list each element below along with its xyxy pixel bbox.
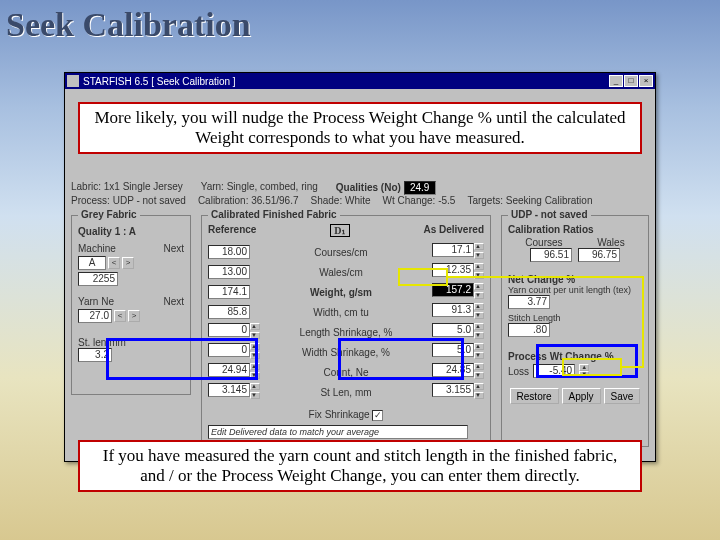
machine-label: Machine — [78, 243, 116, 254]
delivered-spinner[interactable]: ▲▼ — [474, 283, 484, 301]
loss-label: Loss — [508, 366, 529, 377]
quality-label: Quality 1 : A — [78, 226, 184, 237]
courses-label: Courses — [525, 237, 562, 248]
delivered-field[interactable]: 5.0 — [432, 343, 474, 357]
delivered-field[interactable]: 157.2 — [432, 283, 474, 297]
row-label: Wales/cm — [250, 267, 432, 278]
wales-label: Wales — [597, 237, 624, 248]
delivered-spinner[interactable]: ▲▼ — [474, 263, 484, 281]
fix-shrinkage-checkbox[interactable]: ✓ — [372, 410, 383, 421]
row-label: Width Shrinkage, % — [260, 347, 432, 358]
shade-label: Shade: White — [311, 195, 371, 206]
callout-top: More likely, you will nudge the Process … — [78, 102, 642, 154]
stitch-net-label: Stitch Length — [508, 313, 642, 323]
ref-field[interactable]: 0 — [208, 343, 250, 357]
center-title: Calibrated Finished Fabric — [208, 209, 340, 220]
ref-field[interactable]: 174.1 — [208, 285, 250, 299]
row-label: Courses/cm — [250, 247, 432, 258]
delivered-field[interactable]: 17.1 — [432, 243, 474, 257]
ref-spinner[interactable]: ▲▼ — [250, 343, 260, 361]
stlen-field[interactable]: 3.2 — [78, 348, 112, 362]
ref-field[interactable]: 24.94 — [208, 363, 250, 377]
row-label: Count, Ne — [260, 367, 432, 378]
wtchange-label: Wt Change: -5.5 — [383, 195, 456, 206]
save-button[interactable]: Save — [604, 388, 641, 404]
row-label: Weight, g/sm — [250, 287, 432, 298]
udp-group: UDP - not saved Calibration Ratios Cours… — [501, 215, 649, 447]
restore-button[interactable]: Restore — [510, 388, 559, 404]
ref-field[interactable]: 3.145 — [208, 383, 250, 397]
grey-title: Grey Fabric — [78, 209, 140, 220]
delivered-field[interactable]: 3.155 — [432, 383, 474, 397]
machine-field[interactable]: A — [78, 256, 106, 270]
window-title: STARFISH 6.5 [ Seek Calibration ] — [83, 76, 236, 87]
finished-fabric-group: Calibrated Finished Fabric Reference D₁ … — [201, 215, 491, 447]
loss-field[interactable]: -5.40 — [533, 364, 575, 378]
delivered-spinner[interactable]: ▲▼ — [474, 243, 484, 261]
labric-label: Labric: 1x1 Single Jersey — [71, 181, 183, 195]
slide-title: Seek Calibration — [0, 0, 720, 48]
ref-field[interactable]: 85.8 — [208, 305, 250, 319]
ref-spinner[interactable]: ▲▼ — [250, 323, 260, 341]
delivered-field[interactable]: 24.85 — [432, 363, 474, 377]
delivered-spinner[interactable]: ▲▼ — [474, 323, 484, 341]
delivered-field[interactable]: 12.35 — [432, 263, 474, 277]
close-button[interactable]: × — [639, 75, 653, 87]
next-button[interactable]: > — [122, 257, 134, 269]
calib-ratios-label: Calibration Ratios — [508, 224, 642, 235]
udp-title: UDP - not saved — [508, 209, 591, 220]
delivered-spinner[interactable]: ▲▼ — [474, 303, 484, 321]
reference-header: Reference — [208, 224, 256, 237]
arrow-h2 — [622, 366, 644, 368]
yarn-next-button[interactable]: > — [128, 310, 140, 322]
yarn-prev-button[interactable]: < — [114, 310, 126, 322]
arrow-h1 — [448, 276, 644, 278]
yarn-label: Yarn: Single, combed, ring — [201, 181, 318, 195]
callout-bottom: If you have measured the yarn count and … — [78, 440, 642, 492]
grey-fabric-group: Grey Fabric Quality 1 : A Machine Next A… — [71, 215, 191, 395]
app-icon — [67, 75, 79, 87]
maximize-button[interactable]: □ — [624, 75, 638, 87]
delivered-spinner[interactable]: ▲▼ — [474, 363, 484, 381]
yarn-net-field[interactable]: 3.77 — [508, 295, 550, 309]
yarn-net-label: Yarn count per unit length (tex) — [508, 285, 642, 295]
stlen-label: St. len mm — [78, 337, 126, 348]
calibration-label: Calibration: 36.51/96.7 — [198, 195, 299, 206]
qualities-label: Qualities (No) 24.9 — [336, 181, 436, 195]
edit-note-field[interactable]: Edit Delivered data to match your averag… — [208, 425, 468, 439]
wales-field[interactable]: 96.75 — [578, 248, 620, 262]
proc-wt-label: Process Wt Change % — [508, 351, 642, 362]
minimize-button[interactable]: _ — [609, 75, 623, 87]
row-label: Length Shrinkage, % — [260, 327, 432, 338]
ref-field[interactable]: 13.00 — [208, 265, 250, 279]
ref-field[interactable]: 0 — [208, 323, 250, 337]
prev-button[interactable]: < — [108, 257, 120, 269]
ref-spinner[interactable]: ▲▼ — [250, 363, 260, 381]
titlebar: STARFISH 6.5 [ Seek Calibration ] _ □ × — [65, 73, 655, 89]
delivered-spinner[interactable]: ▲▼ — [474, 383, 484, 401]
gauge-field[interactable]: 2255 — [78, 272, 118, 286]
fix-shrinkage-label: Fix Shrinkage — [309, 409, 370, 420]
delivered-field[interactable]: 5.0 — [432, 323, 474, 337]
stitch-net-field[interactable]: .80 — [508, 323, 550, 337]
process-label: Process: UDP - not saved — [71, 195, 186, 206]
courses-field[interactable]: 96.51 — [530, 248, 572, 262]
delivered-field[interactable]: 91.3 — [432, 303, 474, 317]
loss-spinner[interactable]: ▲▼ — [579, 364, 589, 378]
apply-button[interactable]: Apply — [562, 388, 601, 404]
row-label: St Len, mm — [260, 387, 432, 398]
ref-field[interactable]: 18.00 — [208, 245, 250, 259]
ref-spinner[interactable]: ▲▼ — [250, 383, 260, 401]
yarn-field[interactable]: 27.0 — [78, 309, 112, 323]
yarnnc-label: Yarn Ne — [78, 296, 114, 307]
drag-icon[interactable]: D₁ — [330, 224, 349, 237]
row-label: Width, cm tu — [250, 307, 432, 318]
delivered-spinner[interactable]: ▲▼ — [474, 343, 484, 361]
targets-label: Targets: Seeking Calibration — [467, 195, 592, 206]
delivered-header: As Delivered — [423, 224, 484, 237]
arrow-v1 — [642, 276, 644, 368]
qualities-field[interactable]: 24.9 — [404, 181, 436, 195]
